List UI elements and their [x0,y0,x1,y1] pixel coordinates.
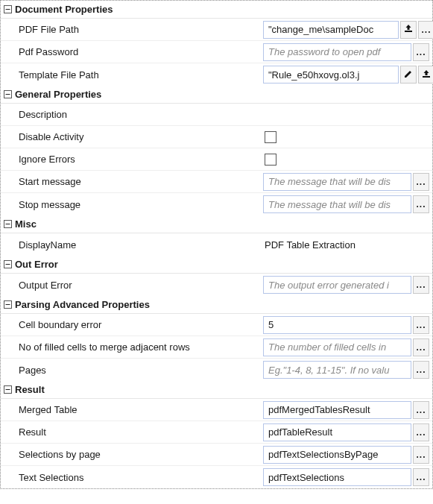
group-header-general-properties[interactable]: General Properties [1,86,432,104]
property-value: ... [263,337,432,358]
property-label: Cell boundary error [1,316,263,333]
property-row-ignore-errors: Ignore Errors [1,148,432,171]
property-label: No of filled cells to merge adjacent row… [1,338,263,356]
filled-cells-merge-input[interactable] [263,338,411,356]
property-row-template-file-path: Template File Path... [1,63,432,86]
property-value: ... [263,359,432,380]
group-header-document-properties[interactable]: Document Properties [1,1,432,19]
output-error-input[interactable] [263,276,411,294]
group-title: Out Error [15,259,58,270]
group-header-misc[interactable]: Misc [1,215,432,233]
start-message-input[interactable] [263,173,411,191]
property-row-description: Description [1,104,432,126]
property-label: Description [1,106,263,123]
stop-message-more-button[interactable]: ... [413,195,429,213]
property-value: ... [263,194,432,215]
property-value: ... [263,42,432,63]
property-row-output-error: Output Error... [1,274,432,296]
property-label: Stop message [1,196,263,213]
svg-rect-3 [423,76,430,78]
template-file-path-input[interactable] [263,66,399,84]
property-row-start-message: Start message... [1,171,432,193]
property-row-selections-by-page: Selections by page... [1,444,432,466]
disable-activity-checkbox[interactable] [265,131,276,143]
group-body-out-error: Output Error... [1,274,432,296]
property-label: PDF File Path [1,21,263,38]
group-body-misc: DisplayNamePDF Table Extraction [1,233,432,256]
merged-table-more-button[interactable]: ... [413,401,429,419]
collapse-icon[interactable] [2,89,13,100]
group-body-result: Merged Table...Result...Selections by pa… [1,399,432,488]
property-value: ... [263,274,432,295]
property-label: Ignore Errors [1,151,263,168]
property-label: Disable Activity [1,128,263,145]
template-file-path-edit-button[interactable] [400,66,417,84]
stop-message-input[interactable] [263,195,411,213]
group-title: Document Properties [15,4,113,15]
text-selections-more-button[interactable]: ... [413,468,429,486]
pdf-file-path-input[interactable] [263,21,399,39]
property-label: DisplayName [1,236,263,253]
result-value-more-button[interactable]: ... [413,423,429,441]
svg-rect-2 [405,31,412,32]
output-error-more-button[interactable]: ... [413,276,429,294]
pages-input[interactable] [263,361,411,379]
property-row-display-name: DisplayNamePDF Table Extraction [1,233,432,256]
property-label: Merged Table [1,401,263,418]
property-value: ... [263,19,433,40]
pages-more-button[interactable]: ... [413,361,429,379]
group-header-parsing-advanced-properties[interactable]: Parsing Advanced Properties [1,296,432,314]
pdf-password-more-button[interactable]: ... [413,43,429,61]
property-row-pdf-password: Pdf Password... [1,41,432,63]
property-row-merged-table: Merged Table... [1,399,432,421]
cell-boundary-error-input[interactable] [263,316,411,334]
selections-by-page-more-button[interactable]: ... [413,446,429,464]
property-label: Output Error [1,277,263,294]
property-row-filled-cells-merge: No of filled cells to merge adjacent row… [1,336,432,359]
edit-icon [403,69,414,81]
pdf-file-path-more-button[interactable]: ... [418,21,433,39]
property-row-disable-activity: Disable Activity [1,126,432,148]
text-selections-input[interactable] [263,468,411,486]
property-row-cell-boundary-error: Cell boundary error... [1,314,432,336]
property-label: Result [1,423,263,441]
group-header-result[interactable]: Result [1,381,432,399]
upload-icon [421,69,432,81]
property-value [263,152,432,167]
collapse-icon[interactable] [2,385,13,395]
collapse-icon[interactable] [2,300,13,310]
properties-panel: Document PropertiesPDF File Path...Pdf P… [0,0,433,489]
selections-by-page-input[interactable] [263,446,411,464]
merged-table-input[interactable] [263,401,411,419]
group-title: Misc [15,218,37,230]
pdf-file-path-upload-button[interactable] [400,21,417,39]
collapse-icon[interactable] [2,219,13,230]
property-value [263,113,432,116]
property-label: Pdf Password [1,43,263,60]
upload-icon [403,23,414,36]
property-value: ... [263,467,432,488]
property-label: Text Selections [1,469,263,486]
ignore-errors-checkbox[interactable] [265,154,276,166]
filled-cells-merge-more-button[interactable]: ... [413,338,429,356]
property-value: ... [263,400,432,420]
collapse-icon[interactable] [2,259,13,270]
group-title: Result [15,384,45,395]
template-file-path-upload-button[interactable] [418,66,433,84]
property-value: ... [263,422,432,443]
display-name-value: PDF Table Extraction [263,239,355,251]
property-row-pages: Pages... [1,359,432,381]
group-header-out-error[interactable]: Out Error [1,256,432,274]
property-label: Pages [1,362,263,379]
cell-boundary-error-more-button[interactable]: ... [413,316,429,334]
start-message-more-button[interactable]: ... [413,173,429,191]
pdf-password-input[interactable] [263,43,411,61]
collapse-icon[interactable] [2,4,13,15]
property-row-pdf-file-path: PDF File Path... [1,19,432,41]
result-value-input[interactable] [263,423,411,441]
group-body-parsing-advanced-properties: Cell boundary error...No of filled cells… [1,314,432,381]
property-row-stop-message: Stop message... [1,193,432,215]
property-value: ... [263,444,432,465]
property-row-result-value: Result... [1,421,432,444]
property-value: ... [263,64,433,85]
